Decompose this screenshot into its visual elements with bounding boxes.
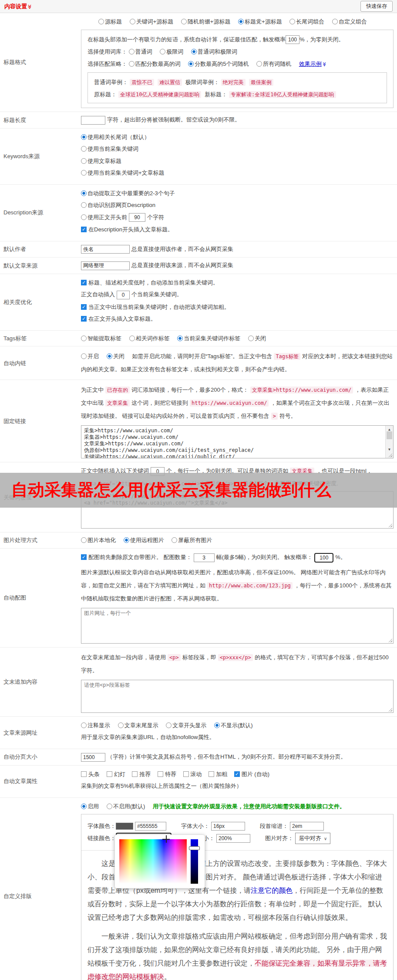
radio-label: 极限词 xyxy=(166,48,183,55)
title-probability-input[interactable] xyxy=(286,35,299,44)
demo-link[interactable]: 效果示例≫ xyxy=(299,61,326,67)
quick-save-button[interactable]: 快速保存 xyxy=(360,1,393,12)
image-count-input[interactable] xyxy=(194,553,215,562)
radio-remote-images[interactable]: 使用远程图片 xyxy=(124,536,164,545)
radio-prefix-source-title[interactable]: 随机前缀+源标题 xyxy=(181,17,231,26)
insert-keywords-count-input[interactable] xyxy=(117,291,130,299)
radio-extreme-words[interactable]: 极限词 xyxy=(160,47,183,56)
radio-longtail-keywords[interactable]: 使用相关长尾词（默认） xyxy=(81,133,394,142)
checkbox-bold[interactable]: 加粗 xyxy=(209,770,227,779)
checkbox-icon xyxy=(81,304,87,310)
row-article-attrs: 自动文章属性 头条 幻灯 推荐 特荐 滚动 加粗 图片 (自动) 采集到的文章有… xyxy=(0,765,397,797)
radio-localize-images[interactable]: 图片本地化 xyxy=(81,536,116,545)
default-author-input[interactable] xyxy=(81,245,130,254)
checkbox-recommend[interactable]: 推荐 xyxy=(132,770,151,779)
radio-article-start-display[interactable]: 文章开头显示 xyxy=(166,721,206,730)
shade-slider[interactable] xyxy=(191,839,198,884)
static-text: %。 xyxy=(335,554,346,560)
radio-article-end-display[interactable]: 文章末尾显示 xyxy=(118,721,158,730)
radio-first-chars[interactable]: 使用正文开头前个字符 xyxy=(81,213,394,222)
page-title[interactable]: 内容设置≫ xyxy=(4,2,32,11)
radio-current-keyword-tags[interactable]: 当前采集关键词作标签 xyxy=(177,334,240,343)
radio-comment-display[interactable]: 注释显示 xyxy=(81,721,110,730)
radio-innerlink-on[interactable]: 开启 xyxy=(81,350,99,363)
default-source-input[interactable] xyxy=(81,261,130,270)
radio-clickbait-source-title[interactable]: 标题党+源标题 xyxy=(238,17,282,26)
radio-icon xyxy=(81,336,87,341)
radio-all-random[interactable]: 所有词随机 xyxy=(256,60,291,68)
example-line-1: 普通词举例：震惊不已难以置信 极限词举例：绝对完美最佳案例 xyxy=(94,78,380,87)
fixed-links-textarea[interactable]: 采集>https://www.ucaiyun.com/ 采集器>https://… xyxy=(81,425,394,458)
radio-innerlink-off[interactable]: 关闭 xyxy=(107,350,124,363)
radio-related-tags[interactable]: 相关词作标签 xyxy=(129,334,170,343)
indent-input[interactable] xyxy=(290,822,324,831)
radio-original-description[interactable]: 自动识别原网页Description xyxy=(81,201,394,210)
resize-grip-icon[interactable] xyxy=(388,638,392,642)
static-text: 在文章末尾追加一段内容，请使用 xyxy=(81,654,166,661)
radio-typeset-disable[interactable]: 不启用(默认) xyxy=(107,802,145,811)
radio-typeset-enable[interactable]: 启用 xyxy=(81,802,99,811)
checkbox-insert-title-into-body[interactable]: 在正文开头插入文章标题。 xyxy=(81,315,394,323)
radio-smart-tags[interactable]: 智能提取标签 xyxy=(81,334,121,343)
radio-keywords-plus-title[interactable]: 使用当前采集关键词+文章标题 xyxy=(81,169,394,177)
radio-both-words[interactable]: 普通词和极限词 xyxy=(191,47,237,56)
code-chip: https://www.ucaiyun.com/ xyxy=(190,400,269,407)
line-height-input[interactable] xyxy=(216,834,250,843)
scroll-down-icon[interactable]: ▼ xyxy=(386,446,393,453)
preview-link[interactable]: 注意它的颜色 xyxy=(251,887,293,894)
checkbox-headline[interactable]: 头条 xyxy=(81,770,100,779)
radio-icon xyxy=(166,722,172,728)
image-probability-input[interactable] xyxy=(314,553,333,563)
font-color-input[interactable] xyxy=(135,822,166,831)
scrollbar-thumb[interactable] xyxy=(387,431,392,439)
radio-label: 不启用(默认) xyxy=(113,803,145,810)
image-align-select[interactable]: 居中对齐∨ xyxy=(295,833,330,844)
textarea-placeholder: 图片网址，每行一个 xyxy=(84,610,384,617)
checkbox-icon[interactable] xyxy=(81,554,87,560)
font-size-input[interactable] xyxy=(211,822,245,831)
textarea-placeholder: 请使用<p>段落标签 xyxy=(84,682,384,688)
radio-custom-combo[interactable]: 自定义组合 xyxy=(332,17,367,26)
radio-source-title[interactable]: 源标题 xyxy=(98,17,122,26)
radio-normal-words[interactable]: 普通词 xyxy=(129,47,152,56)
checkbox-insert-title-into-description[interactable]: 在Description开头插入文章标题。 xyxy=(81,225,394,234)
radio-icon xyxy=(81,202,87,208)
row-label: Tags标签 xyxy=(3,334,81,343)
static-text: 选择使用词库： xyxy=(87,48,127,55)
checkbox-scroll[interactable]: 滚动 xyxy=(183,770,202,779)
static-text: 正文自动插入 xyxy=(81,291,115,298)
color-gradient-square[interactable] xyxy=(119,839,187,884)
row-label: 自动文章属性 xyxy=(3,777,81,786)
radio-icon xyxy=(256,61,262,67)
checkbox-label: 标题、描述相关度低时，自动添加当前采集关键词。 xyxy=(88,279,219,286)
radio-tags-off[interactable]: 关闭 xyxy=(248,334,266,343)
radio-block-images[interactable]: 屏蔽所有图片 xyxy=(172,536,212,545)
radio-longtail-combo[interactable]: 长尾词组合 xyxy=(289,17,324,26)
font-color-swatch[interactable] xyxy=(116,823,133,830)
resize-grip-icon[interactable] xyxy=(388,707,392,712)
shade-slider-handle[interactable] xyxy=(189,846,200,850)
color-crosshair-icon[interactable] xyxy=(162,835,170,843)
page-size-input[interactable] xyxy=(81,753,105,762)
checkbox-slideshow[interactable]: 幻灯 xyxy=(107,770,125,779)
checkbox-image-auto[interactable]: 图片 (自动) xyxy=(234,770,269,779)
radio-keyword-source-title[interactable]: 关键词+源标题 xyxy=(130,17,174,26)
radio-current-keywords[interactable]: 使用当前采集关键词 xyxy=(81,145,394,153)
checkbox-bold-keywords[interactable]: 当正文中出现当前采集关键词时，自动把该关键词加粗。 xyxy=(81,303,394,312)
resize-grip-icon[interactable] xyxy=(388,523,392,527)
checkbox-add-keywords-low-relevance[interactable]: 标题、描述相关度低时，自动添加当前采集关键词。 xyxy=(81,278,394,287)
title-format-radios: 源标题 关键词+源标题 随机前缀+源标题 标题党+源标题 长尾词组合 自定义组合 xyxy=(81,17,394,26)
radio-highest-score[interactable]: 匹配分数最高的词 xyxy=(129,60,181,68)
checkbox-special[interactable]: 特荐 xyxy=(158,770,176,779)
radio-auto-extract[interactable]: 自动提取正文中最重要的2-3个句子 xyxy=(81,189,394,198)
title-length-input[interactable] xyxy=(81,116,105,125)
radio-no-display[interactable]: 不显示(默认) xyxy=(214,721,253,730)
radio-top5-random[interactable]: 分数最高的5个词随机 xyxy=(188,60,249,68)
append-content-textarea[interactable]: 请使用<p>段落标签 xyxy=(81,680,394,713)
first-chars-count-input[interactable] xyxy=(129,213,145,222)
radio-article-title[interactable]: 使用文章标题 xyxy=(81,157,394,166)
radio-icon xyxy=(332,19,338,24)
image-urls-textarea[interactable]: 图片网址，每行一个 xyxy=(81,608,394,644)
strategy-line: 选择匹配策略： 匹配分数最高的词 分数最高的5个词随机 所有词随机 效果示例≫ xyxy=(87,60,387,68)
field-label: 字体大小： xyxy=(181,822,209,831)
